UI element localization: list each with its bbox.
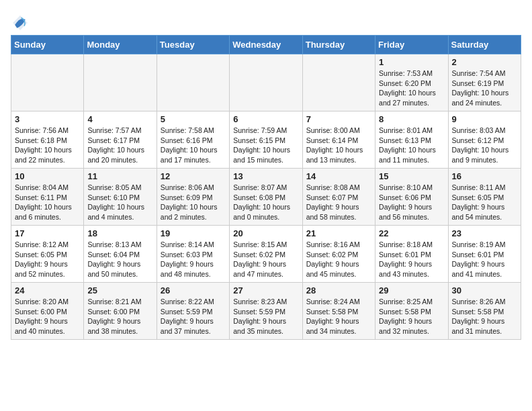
calendar-cell: 27Sunrise: 8:23 AM Sunset: 5:59 PM Dayli…: [230, 283, 302, 340]
calendar-cell: 25Sunrise: 8:21 AM Sunset: 6:00 PM Dayli…: [84, 283, 157, 340]
day-info: Sunrise: 8:04 AM Sunset: 6:11 PM Dayligh…: [15, 183, 80, 222]
day-number: 11: [87, 171, 152, 181]
day-number: 27: [233, 285, 298, 295]
logo-icon: [11, 13, 30, 32]
day-info: Sunrise: 8:10 AM Sunset: 6:06 PM Dayligh…: [379, 183, 444, 222]
calendar-cell: 15Sunrise: 8:10 AM Sunset: 6:06 PM Dayli…: [375, 169, 448, 226]
calendar-cell: [230, 54, 302, 111]
day-number: 29: [379, 285, 444, 295]
calendar-table: SundayMondayTuesdayWednesdayThursdayFrid…: [11, 35, 521, 340]
day-info: Sunrise: 7:54 AM Sunset: 6:19 PM Dayligh…: [452, 68, 517, 108]
calendar-cell: 6Sunrise: 7:59 AM Sunset: 6:15 PM Daylig…: [230, 111, 302, 169]
day-number: 10: [15, 171, 80, 181]
day-info: Sunrise: 8:12 AM Sunset: 6:05 PM Dayligh…: [15, 240, 80, 279]
day-info: Sunrise: 8:11 AM Sunset: 6:05 PM Dayligh…: [452, 183, 517, 222]
day-info: Sunrise: 7:56 AM Sunset: 6:18 PM Dayligh…: [15, 126, 80, 165]
calendar-cell: [302, 54, 375, 111]
day-info: Sunrise: 8:24 AM Sunset: 5:58 PM Dayligh…: [306, 297, 371, 336]
calendar-cell: 18Sunrise: 8:13 AM Sunset: 6:04 PM Dayli…: [84, 226, 157, 283]
day-info: Sunrise: 8:21 AM Sunset: 6:00 PM Dayligh…: [87, 297, 152, 336]
calendar-week-2: 3Sunrise: 7:56 AM Sunset: 6:18 PM Daylig…: [11, 111, 521, 169]
calendar-cell: [11, 54, 84, 111]
weekday-header-tuesday: Tuesday: [157, 36, 229, 54]
calendar-cell: 2Sunrise: 7:54 AM Sunset: 6:19 PM Daylig…: [448, 54, 521, 111]
calendar-cell: 8Sunrise: 8:01 AM Sunset: 6:13 PM Daylig…: [375, 111, 448, 169]
calendar-cell: 28Sunrise: 8:24 AM Sunset: 5:58 PM Dayli…: [302, 283, 375, 340]
day-number: 20: [233, 228, 298, 238]
day-number: 14: [306, 171, 371, 181]
day-info: Sunrise: 8:01 AM Sunset: 6:13 PM Dayligh…: [379, 126, 444, 165]
day-number: 18: [87, 228, 152, 238]
day-number: 28: [306, 285, 371, 295]
day-number: 15: [379, 171, 444, 181]
calendar-cell: 17Sunrise: 8:12 AM Sunset: 6:05 PM Dayli…: [11, 226, 84, 283]
calendar-week-3: 10Sunrise: 8:04 AM Sunset: 6:11 PM Dayli…: [11, 169, 521, 226]
calendar-cell: 24Sunrise: 8:20 AM Sunset: 6:00 PM Dayli…: [11, 283, 84, 340]
day-number: 16: [452, 171, 517, 181]
day-info: Sunrise: 8:13 AM Sunset: 6:04 PM Dayligh…: [87, 240, 152, 279]
day-number: 19: [161, 228, 226, 238]
day-info: Sunrise: 7:57 AM Sunset: 6:17 PM Dayligh…: [87, 126, 152, 165]
calendar-cell: 5Sunrise: 7:58 AM Sunset: 6:16 PM Daylig…: [157, 111, 229, 169]
weekday-header-monday: Monday: [84, 36, 157, 54]
calendar-cell: 19Sunrise: 8:14 AM Sunset: 6:03 PM Dayli…: [157, 226, 229, 283]
day-info: Sunrise: 8:23 AM Sunset: 5:59 PM Dayligh…: [233, 297, 298, 336]
day-number: 24: [15, 285, 80, 295]
day-number: 1: [379, 57, 444, 67]
day-info: Sunrise: 8:06 AM Sunset: 6:09 PM Dayligh…: [161, 183, 226, 222]
day-number: 26: [161, 285, 226, 295]
calendar-week-5: 24Sunrise: 8:20 AM Sunset: 6:00 PM Dayli…: [11, 283, 521, 340]
logo: [11, 13, 32, 32]
day-info: Sunrise: 7:58 AM Sunset: 6:16 PM Dayligh…: [161, 126, 226, 165]
calendar-cell: 11Sunrise: 8:05 AM Sunset: 6:10 PM Dayli…: [84, 169, 157, 226]
calendar-cell: [157, 54, 229, 111]
day-info: Sunrise: 8:22 AM Sunset: 5:59 PM Dayligh…: [161, 297, 226, 336]
calendar-cell: 9Sunrise: 8:03 AM Sunset: 6:12 PM Daylig…: [448, 111, 521, 169]
calendar-cell: 29Sunrise: 8:25 AM Sunset: 5:58 PM Dayli…: [375, 283, 448, 340]
day-info: Sunrise: 8:05 AM Sunset: 6:10 PM Dayligh…: [87, 183, 152, 222]
day-info: Sunrise: 8:16 AM Sunset: 6:02 PM Dayligh…: [306, 240, 371, 279]
day-info: Sunrise: 8:14 AM Sunset: 6:03 PM Dayligh…: [161, 240, 226, 279]
day-number: 23: [452, 228, 517, 238]
day-number: 22: [379, 228, 444, 238]
day-number: 2: [452, 57, 517, 67]
calendar-cell: 30Sunrise: 8:26 AM Sunset: 5:58 PM Dayli…: [448, 283, 521, 340]
weekday-header-saturday: Saturday: [448, 36, 521, 54]
day-number: 12: [161, 171, 226, 181]
day-info: Sunrise: 8:25 AM Sunset: 5:58 PM Dayligh…: [379, 297, 444, 336]
weekday-header-wednesday: Wednesday: [230, 36, 302, 54]
calendar-cell: 7Sunrise: 8:00 AM Sunset: 6:14 PM Daylig…: [302, 111, 375, 169]
day-info: Sunrise: 7:53 AM Sunset: 6:20 PM Dayligh…: [379, 68, 444, 108]
day-number: 5: [161, 114, 226, 124]
day-info: Sunrise: 8:26 AM Sunset: 5:58 PM Dayligh…: [452, 297, 517, 336]
day-info: Sunrise: 8:07 AM Sunset: 6:08 PM Dayligh…: [233, 183, 298, 222]
day-info: Sunrise: 8:20 AM Sunset: 6:00 PM Dayligh…: [15, 297, 80, 336]
calendar-cell: 16Sunrise: 8:11 AM Sunset: 6:05 PM Dayli…: [448, 169, 521, 226]
day-info: Sunrise: 8:15 AM Sunset: 6:02 PM Dayligh…: [233, 240, 298, 279]
day-info: Sunrise: 8:00 AM Sunset: 6:14 PM Dayligh…: [306, 126, 371, 165]
day-info: Sunrise: 8:08 AM Sunset: 6:07 PM Dayligh…: [306, 183, 371, 222]
day-number: 17: [15, 228, 80, 238]
calendar-week-1: 1Sunrise: 7:53 AM Sunset: 6:20 PM Daylig…: [11, 54, 521, 111]
day-info: Sunrise: 8:18 AM Sunset: 6:01 PM Dayligh…: [379, 240, 444, 279]
day-number: 9: [452, 114, 517, 124]
day-number: 13: [233, 171, 298, 181]
calendar-cell: 10Sunrise: 8:04 AM Sunset: 6:11 PM Dayli…: [11, 169, 84, 226]
day-number: 25: [87, 285, 152, 295]
calendar-cell: 22Sunrise: 8:18 AM Sunset: 6:01 PM Dayli…: [375, 226, 448, 283]
day-info: Sunrise: 8:03 AM Sunset: 6:12 PM Dayligh…: [452, 126, 517, 165]
day-number: 7: [306, 114, 371, 124]
day-info: Sunrise: 7:59 AM Sunset: 6:15 PM Dayligh…: [233, 126, 298, 165]
calendar-cell: 14Sunrise: 8:08 AM Sunset: 6:07 PM Dayli…: [302, 169, 375, 226]
day-number: 3: [15, 114, 80, 124]
calendar-cell: 20Sunrise: 8:15 AM Sunset: 6:02 PM Dayli…: [230, 226, 302, 283]
calendar-cell: 26Sunrise: 8:22 AM Sunset: 5:59 PM Dayli…: [157, 283, 229, 340]
day-number: 4: [87, 114, 152, 124]
calendar-cell: [84, 54, 157, 111]
day-number: 8: [379, 114, 444, 124]
day-info: Sunrise: 8:19 AM Sunset: 6:01 PM Dayligh…: [452, 240, 517, 279]
day-number: 6: [233, 114, 298, 124]
weekday-header-row: SundayMondayTuesdayWednesdayThursdayFrid…: [11, 36, 521, 54]
calendar-cell: 3Sunrise: 7:56 AM Sunset: 6:18 PM Daylig…: [11, 111, 84, 169]
calendar-cell: 21Sunrise: 8:16 AM Sunset: 6:02 PM Dayli…: [302, 226, 375, 283]
